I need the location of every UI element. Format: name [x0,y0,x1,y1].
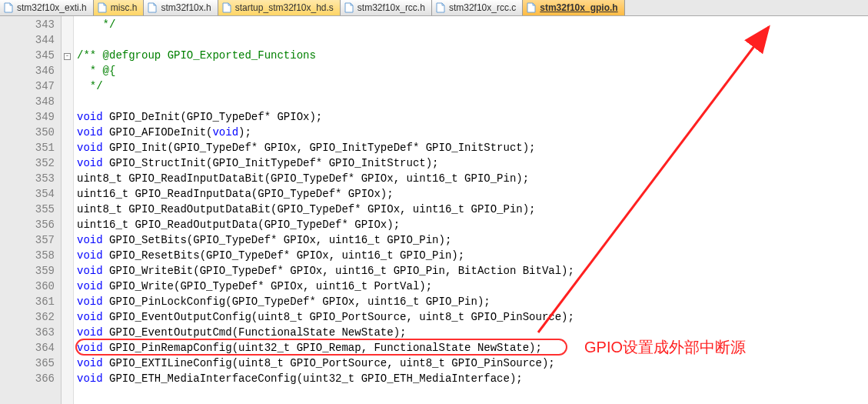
code-line[interactable] [77,32,868,48]
code-token: GPIO_ResetBits(GPIO_TypeDef* GPIOx, uint… [103,249,464,262]
code-token: uint16_t GPIO_ReadInputData(GPIO_TypeDef… [77,188,394,200]
code-token: GPIO_EXTILineConfig(uint8_t GPIO_PortSou… [103,357,555,369]
tab-label: stm32f10x_rcc.c [449,2,516,13]
tab-misc-h[interactable]: misc.h [94,0,145,15]
line-number: 348 [0,94,61,109]
code-line[interactable]: uint16_t GPIO_ReadOutputData(GPIO_TypeDe… [77,217,868,232]
tab-label: stm32f10x.h [161,2,211,13]
code-line[interactable]: /** @defgroup GPIO_Exported_Functions [77,48,868,63]
code-line[interactable]: void GPIO_DeInit(GPIO_TypeDef* GPIOx); [77,109,868,125]
line-number: 354 [0,186,61,202]
code-token: GPIO_EventOutputConfig(uint8_t GPIO_Port… [103,311,574,323]
code-line[interactable]: uint8_t GPIO_ReadInputDataBit(GPIO_TypeD… [77,171,868,186]
code-token: GPIO_PinRemapConfig(uint32_t GPIO_Remap,… [103,342,542,354]
code-line[interactable]: void GPIO_PinRemapConfig(uint32_t GPIO_R… [77,340,868,356]
code-editor: 3433443453463473483493503513523533543553… [0,16,868,404]
code-token: ); [238,126,251,139]
code-line[interactable]: void GPIO_WriteBit(GPIO_TypeDef* GPIOx, … [77,263,868,279]
fold-cell [62,263,73,279]
tab-startup_stm32f10x_hd-s[interactable]: startup_stm32f10x_hd.s [218,0,341,15]
fold-cell [62,125,73,140]
fold-cell[interactable]: - [62,48,73,63]
keyword-token: void [77,311,103,323]
file-icon [526,2,537,13]
code-token: GPIO_EventOutputCmd(FunctionalState NewS… [103,326,407,339]
tab-label: stm32f10x_rcc.h [358,2,425,13]
tab-bar: stm32f10x_exti.hmisc.hstm32f10x.hstartup… [0,0,868,16]
fold-cell [62,325,73,340]
fold-cell [62,202,73,217]
code-token: GPIO_StructInit(GPIO_InitTypeDef* GPIO_I… [103,157,439,169]
tab-stm32f10x_gpio-h[interactable]: stm32f10x_gpio.h [523,0,624,15]
tab-label: stm32f10x_gpio.h [540,2,617,13]
keyword-token: void [212,126,238,139]
tab-stm32f10x-h[interactable]: stm32f10x.h [144,0,218,15]
file-icon [221,2,232,13]
code-line[interactable]: void GPIO_SetBits(GPIO_TypeDef* GPIOx, u… [77,232,868,248]
code-line[interactable]: void GPIO_PinLockConfig(GPIO_TypeDef* GP… [77,294,868,309]
tab-stm32f10x_exti-h[interactable]: stm32f10x_exti.h [0,0,94,15]
code-line[interactable] [77,94,868,109]
code-line[interactable]: */ [77,78,868,94]
code-line[interactable]: void GPIO_EventOutputCmd(FunctionalState… [77,325,868,340]
fold-toggle-icon[interactable]: - [64,53,71,60]
code-line[interactable]: uint8_t GPIO_ReadOutputDataBit(GPIO_Type… [77,202,868,217]
fold-cell [62,171,73,186]
code-line[interactable]: */ [77,17,868,32]
fold-cell [62,32,73,48]
comment-token: */ [77,18,115,31]
line-number: 361 [0,294,61,309]
fold-cell [62,155,73,171]
comment-token: */ [77,80,103,92]
fold-cell [62,217,73,232]
keyword-token: void [77,372,103,385]
tab-label: misc.h [111,2,138,13]
code-line[interactable]: void GPIO_AFIODeInit(void); [77,125,868,140]
line-number: 343 [0,17,61,32]
line-number: 357 [0,232,61,248]
code-token: GPIO_DeInit(GPIO_TypeDef* GPIOx); [103,111,323,123]
fold-cell [62,279,73,294]
code-line[interactable]: * @{ [77,63,868,78]
code-line[interactable]: void GPIO_EXTILineConfig(uint8_t GPIO_Po… [77,356,868,371]
tab-label: startup_stm32f10x_hd.s [235,2,334,13]
tab-label: stm32f10x_exti.h [17,2,87,13]
file-icon [435,2,446,13]
comment-token: GPIO_Exported_Functions [168,49,316,62]
code-line[interactable]: void GPIO_ETH_MediaInterfaceConfig(uint3… [77,371,868,386]
code-token: GPIO_PinLockConfig(GPIO_TypeDef* GPIOx, … [103,295,491,308]
keyword-token: void [77,357,103,369]
fold-cell [62,248,73,263]
line-number: 364 [0,340,61,356]
fold-cell [62,294,73,309]
line-number: 362 [0,309,61,325]
keyword-token: void [77,249,103,262]
line-number: 365 [0,356,61,371]
fold-column: - [62,16,74,404]
line-number: 351 [0,140,61,155]
keyword-token: void [77,265,103,277]
code-line[interactable]: void GPIO_ResetBits(GPIO_TypeDef* GPIOx,… [77,248,868,263]
code-line[interactable]: void GPIO_StructInit(GPIO_InitTypeDef* G… [77,155,868,171]
line-number: 345 [0,48,61,63]
keyword-token: void [77,342,103,354]
keyword-token: void [77,326,103,339]
code-line[interactable]: void GPIO_EventOutputConfig(uint8_t GPIO… [77,309,868,325]
code-line[interactable]: void GPIO_Write(GPIO_TypeDef* GPIOx, uin… [77,279,868,294]
tab-stm32f10x_rcc-h[interactable]: stm32f10x_rcc.h [341,0,432,15]
fold-cell [62,340,73,356]
code-area[interactable]: *//** @defgroup GPIO_Exported_Functions … [74,16,868,404]
fold-cell [62,140,73,155]
code-line[interactable]: void GPIO_Init(GPIO_TypeDef* GPIOx, GPIO… [77,140,868,155]
fold-cell [62,63,73,78]
code-token: uint8_t GPIO_ReadOutputDataBit(GPIO_Type… [77,203,536,215]
code-line[interactable]: uint16_t GPIO_ReadInputData(GPIO_TypeDef… [77,186,868,202]
line-number: 366 [0,371,61,386]
line-number: 359 [0,263,61,279]
tab-stm32f10x_rcc-c[interactable]: stm32f10x_rcc.c [432,0,523,15]
line-number: 356 [0,217,61,232]
fold-cell [62,109,73,125]
line-number-gutter: 3433443453463473483493503513523533543553… [0,16,62,404]
keyword-token: void [77,234,103,246]
code-token: uint16_t GPIO_ReadOutputData(GPIO_TypeDe… [77,219,400,231]
